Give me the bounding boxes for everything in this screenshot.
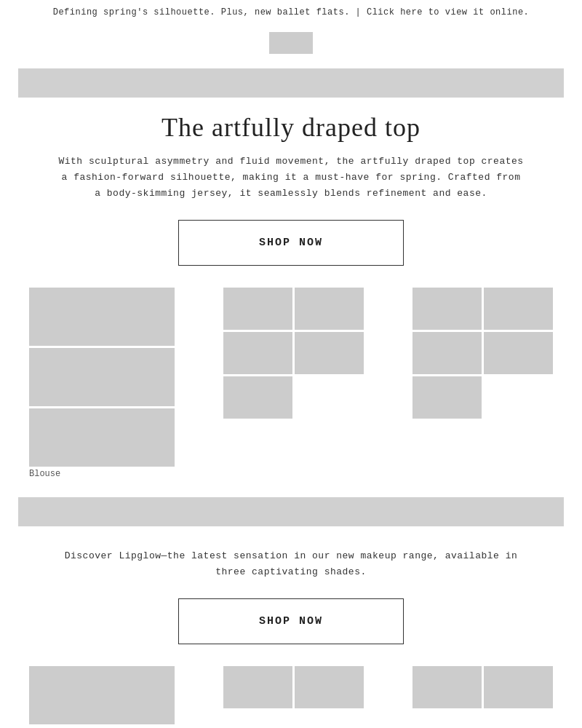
right-img-3 <box>412 332 482 374</box>
logo-image <box>269 32 313 54</box>
top-banner: Defining spring's silhouette. Plus, new … <box>0 0 582 25</box>
center2-img-2 <box>295 666 364 708</box>
center2-img-row-1 <box>223 666 364 708</box>
product-col2-left <box>29 666 175 724</box>
center-img-5 <box>223 376 292 419</box>
center-img-1 <box>223 288 292 330</box>
section2-body: Discover Lipglow—the latest sensation in… <box>0 548 582 580</box>
center-img-row-1 <box>223 288 364 330</box>
product-img-left-1 <box>29 288 175 346</box>
right-img-row-1 <box>412 288 553 330</box>
section1-body: With sculptural asymmetry and fluid move… <box>0 154 582 202</box>
product-img-left-3 <box>29 408 175 467</box>
banner-text: Defining spring's silhouette. Plus, new … <box>53 7 530 17</box>
center2-img-1 <box>223 666 292 708</box>
product-col2-center <box>223 666 364 708</box>
product-col-center <box>223 288 364 419</box>
product-label-blouse: Blouse <box>29 469 175 479</box>
right2-img-2 <box>484 666 553 708</box>
center-img-4 <box>295 332 364 374</box>
section2-header-img <box>18 497 564 526</box>
right2-img-1 <box>412 666 482 708</box>
right-img-2 <box>484 288 553 330</box>
center-img-row-2 <box>223 332 364 374</box>
product-col2-right <box>412 666 553 708</box>
right-img-4 <box>484 332 553 374</box>
section1-header-image-area <box>0 61 582 105</box>
right2-img-row-1 <box>412 666 553 708</box>
right-img-row-2 <box>412 332 553 374</box>
section1-shop-now-button[interactable]: SHOP NOW <box>178 220 404 266</box>
section1-title: The artfully draped top <box>0 112 582 143</box>
product-img2-left-1 <box>29 666 175 724</box>
center-img-2 <box>295 288 364 330</box>
center-img-3 <box>223 332 292 374</box>
logo-area <box>0 25 582 61</box>
right-img-5 <box>412 376 482 419</box>
product-col-left: Blouse <box>29 288 175 479</box>
product-grid-section1: Blouse <box>0 288 582 479</box>
section2-header-image-area <box>0 490 582 534</box>
product-col-right <box>412 288 553 419</box>
product-img-left-2 <box>29 348 175 406</box>
section1-header-img <box>18 68 564 98</box>
center-img-row-3 <box>223 376 364 419</box>
right-img-row-3 <box>412 376 553 419</box>
product-grid-section2 <box>0 666 582 724</box>
right-img-1 <box>412 288 482 330</box>
section2-shop-now-button[interactable]: SHOP NOW <box>178 598 404 644</box>
